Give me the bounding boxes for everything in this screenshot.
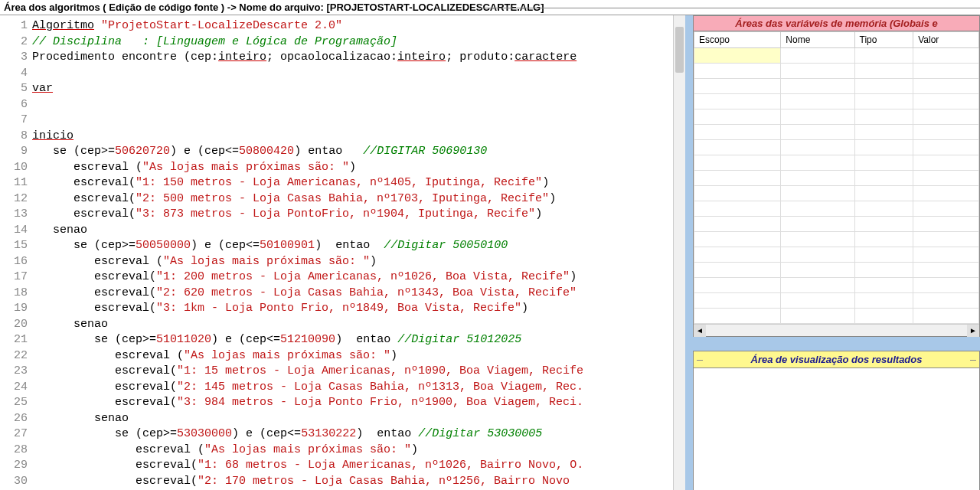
- table-row[interactable]: [694, 109, 979, 125]
- table-row[interactable]: [694, 217, 979, 232]
- column-header[interactable]: Nome: [781, 32, 854, 48]
- title-bar: Área dos algoritmos ( Edição de código f…: [0, 0, 980, 15]
- table-row[interactable]: [694, 48, 979, 64]
- variables-table[interactable]: EscopoNomeTipoValor: [694, 31, 979, 324]
- table-row[interactable]: [694, 94, 979, 109]
- variables-panel-title: Áreas das variáveis de memória (Globais …: [694, 16, 979, 31]
- right-panel: Áreas das variáveis de memória (Globais …: [685, 15, 980, 490]
- variables-panel: Áreas das variáveis de memória (Globais …: [693, 15, 980, 337]
- table-row[interactable]: [694, 263, 979, 278]
- results-panel-title: Área de visualização dos resultados: [694, 351, 979, 368]
- table-row[interactable]: [694, 201, 979, 217]
- vertical-scrollbar[interactable]: [673, 15, 685, 490]
- line-gutter: 1234567891011121314151617181920212223242…: [0, 15, 32, 490]
- table-row[interactable]: [694, 232, 979, 247]
- table-row[interactable]: [694, 171, 979, 186]
- scrollbar-thumb[interactable]: [675, 27, 684, 73]
- horizontal-scrollbar[interactable]: ◄ ►: [694, 324, 979, 336]
- table-row[interactable]: [694, 64, 979, 79]
- column-header[interactable]: Escopo: [694, 32, 781, 48]
- code-editor[interactable]: 1234567891011121314151617181920212223242…: [0, 15, 685, 490]
- column-header[interactable]: Valor: [913, 32, 979, 48]
- table-row[interactable]: [694, 293, 979, 309]
- results-panel: Área de visualização dos resultados: [693, 351, 980, 490]
- table-row[interactable]: [694, 79, 979, 94]
- column-header[interactable]: Tipo: [854, 32, 913, 48]
- title-filename: [PROJETOSTART-LOCALIZEDESCARTE.ALG]: [326, 2, 544, 13]
- variables-header-row: EscopoNomeTipoValor: [694, 32, 979, 48]
- main-layout: 1234567891011121314151617181920212223242…: [0, 15, 980, 490]
- table-row[interactable]: [694, 186, 979, 201]
- table-row[interactable]: [694, 278, 979, 293]
- results-body[interactable]: [694, 368, 979, 490]
- table-row[interactable]: [694, 140, 979, 155]
- code-content[interactable]: Algoritmo "ProjetoStart-LocalizeDescarte…: [32, 15, 685, 490]
- scroll-left-arrow[interactable]: ◄: [694, 325, 706, 337]
- table-row[interactable]: [694, 247, 979, 263]
- table-row[interactable]: [694, 155, 979, 171]
- table-row[interactable]: [694, 125, 979, 140]
- title-prefix: Área dos algoritmos ( Edição de código f…: [4, 2, 326, 13]
- scroll-right-arrow[interactable]: ►: [967, 325, 979, 337]
- table-row[interactable]: [694, 309, 979, 324]
